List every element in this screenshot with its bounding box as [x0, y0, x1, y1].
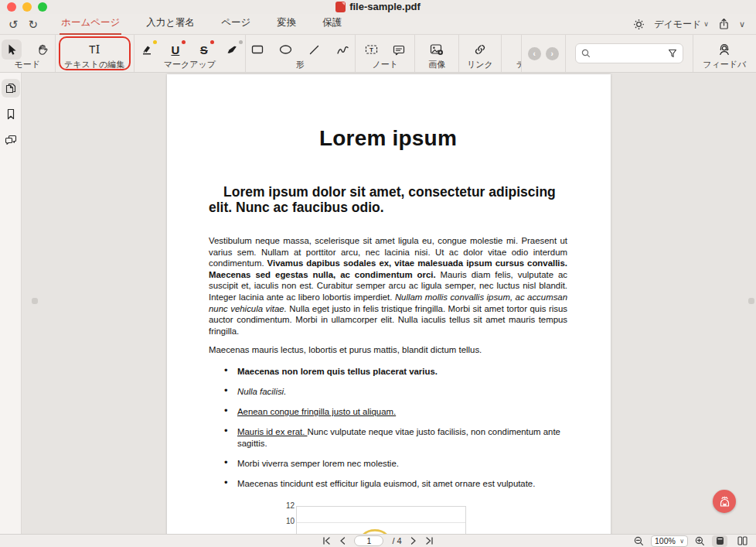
rectangle-shape-tool[interactable] — [247, 39, 267, 60]
section-feedback: フィードバ — [693, 35, 756, 72]
left-sidebar — [0, 73, 22, 534]
last-page-icon[interactable] — [425, 537, 434, 545]
undo-icon[interactable]: ↺ — [9, 19, 19, 30]
section-label-link: リンク — [467, 60, 493, 70]
document-title: Lorem ipsum — [209, 126, 567, 151]
history-nav: ‹ › — [522, 35, 566, 72]
section-label-text-edit: テキストの編集 — [64, 60, 124, 70]
tab-pages[interactable]: ページ — [220, 13, 252, 35]
list-item: Mauris id ex erat. Nunc vulputate neque … — [224, 426, 567, 449]
list-item: Aenean congue fringilla justo ut aliquam… — [224, 406, 567, 418]
section-text-edit: TI テキストの編集 — [56, 35, 135, 72]
bookmarks-panel-button[interactable] — [2, 104, 20, 123]
color-dot-red — [182, 40, 186, 44]
chart-plot-area — [296, 506, 466, 534]
hand-pan-tool[interactable] — [32, 39, 53, 60]
list-item: Maecenas non lorem quis tellus placerat … — [224, 366, 567, 378]
section-label-mode: モード — [15, 60, 41, 70]
ellipse-shape-tool[interactable] — [276, 39, 296, 60]
search-icon — [581, 49, 591, 58]
pdf-page[interactable]: Lorem ipsum Lorem ipsum dolor sit amet, … — [167, 74, 611, 534]
strikethrough-tool[interactable]: S — [194, 39, 214, 60]
select-cursor-tool[interactable] — [2, 39, 22, 60]
share-icon[interactable] — [718, 18, 730, 30]
document-paragraph-2: Maecenas mauris lectus, lobortis et puru… — [209, 344, 567, 356]
two-page-view-button[interactable] — [734, 535, 750, 547]
underline-tool[interactable]: U — [165, 39, 186, 60]
ribbon-tabs: ホームページ 入力と署名 ページ 変換 保護 — [60, 13, 343, 35]
search-input[interactable] — [594, 49, 664, 58]
section-markup: U S マークアップ — [135, 35, 246, 72]
day-mode-dropdown[interactable]: デイモード ∨ — [654, 18, 709, 31]
robot-icon — [717, 494, 732, 509]
text-edit-tool[interactable]: TI — [84, 39, 104, 60]
section-label-notes: ノート — [372, 60, 398, 70]
zoom-controls: 100% ∨ — [634, 535, 750, 547]
back-button[interactable]: ‹ — [528, 47, 541, 60]
comments-panel-button[interactable] — [2, 130, 20, 149]
chart-y-axis: 12 10 — [283, 506, 296, 534]
window-title-area: file-sample.pdf — [0, 1, 756, 12]
feedback-headset-icon[interactable] — [714, 39, 734, 60]
single-page-view-button[interactable] — [712, 535, 727, 547]
color-dot-yellow — [153, 40, 157, 44]
zoom-out-icon[interactable] — [634, 536, 644, 546]
line-shape-tool[interactable] — [305, 39, 325, 60]
section-notes: T ノート — [356, 35, 415, 72]
titlebar: file-sample.pdf — [0, 0, 756, 14]
section-truncated: テ — [502, 35, 522, 72]
tab-convert[interactable]: 変換 — [275, 13, 298, 35]
thumbnails-panel-button[interactable] — [2, 79, 20, 97]
section-shapes: 形 — [246, 35, 356, 72]
page-total: / 4 — [392, 536, 401, 545]
right-panel-resize-handle[interactable] — [748, 298, 754, 304]
collapse-toolbar-chevron-icon[interactable]: ∨ — [739, 19, 745, 29]
zoom-in-icon[interactable] — [695, 536, 705, 546]
document-bullet-list: Maecenas non lorem quis tellus placerat … — [209, 366, 567, 490]
chevron-down-icon: ∨ — [703, 20, 709, 28]
chevron-down-icon: ∨ — [679, 538, 684, 545]
left-panel-resize-handle[interactable] — [32, 298, 38, 304]
next-page-icon[interactable] — [410, 537, 417, 545]
section-label-shapes: 形 — [296, 60, 305, 70]
tab-fill-sign[interactable]: 入力と署名 — [145, 13, 196, 35]
chart-line-series — [297, 507, 467, 534]
section-label-feedback: フィードバ — [703, 60, 746, 70]
forward-button[interactable]: › — [546, 47, 559, 60]
section-search — [566, 35, 693, 72]
section-link: リンク — [459, 35, 502, 72]
section-label-markup: マークアップ — [164, 60, 216, 70]
tab-homepage[interactable]: ホームページ — [60, 13, 121, 35]
comment-note-tool[interactable] — [389, 39, 409, 60]
toolbar: モード TI テキストの編集 U S — [0, 35, 756, 73]
zoom-level-select[interactable]: 100% ∨ — [651, 535, 688, 547]
section-mode: モード — [0, 35, 56, 72]
y-tick-12: 12 — [286, 501, 295, 510]
text-caret-icon: I — [96, 43, 100, 56]
sun-icon — [633, 19, 645, 30]
marker-pen-tool[interactable] — [223, 39, 243, 60]
insert-image-tool[interactable] — [427, 39, 447, 60]
window-title: file-sample.pdf — [349, 1, 421, 12]
section-label-image: 画像 — [428, 60, 445, 70]
tab-protect[interactable]: 保護 — [321, 13, 343, 35]
search-field[interactable] — [575, 43, 683, 63]
embedded-chart: 12 10 — [283, 506, 567, 534]
pdf-file-icon — [335, 2, 346, 12]
redo-icon[interactable]: ↻ — [29, 19, 39, 30]
freehand-draw-tool[interactable] — [333, 39, 353, 60]
previous-page-icon[interactable] — [339, 537, 346, 545]
insert-link-tool[interactable] — [470, 39, 490, 60]
text-box-tool[interactable]: T — [362, 39, 382, 60]
status-bar: / 4 100% ∨ — [0, 534, 756, 547]
ribbon-tabbar: ↺ ↻ ホームページ 入力と署名 ページ 変換 保護 デイモード ∨ ∨ — [0, 14, 756, 35]
document-canvas[interactable]: Lorem ipsum Lorem ipsum dolor sit amet, … — [22, 73, 756, 534]
page-number-input[interactable] — [354, 535, 383, 546]
assistant-robot-button[interactable] — [713, 490, 736, 513]
first-page-icon[interactable] — [322, 537, 331, 545]
filter-funnel-icon[interactable] — [668, 49, 677, 58]
color-dot-gray — [239, 40, 243, 44]
y-tick-10: 10 — [286, 517, 295, 525]
document-subtitle: Lorem ipsum dolor sit amet, consectetur … — [209, 184, 567, 215]
highlighter-tool[interactable] — [137, 39, 157, 60]
